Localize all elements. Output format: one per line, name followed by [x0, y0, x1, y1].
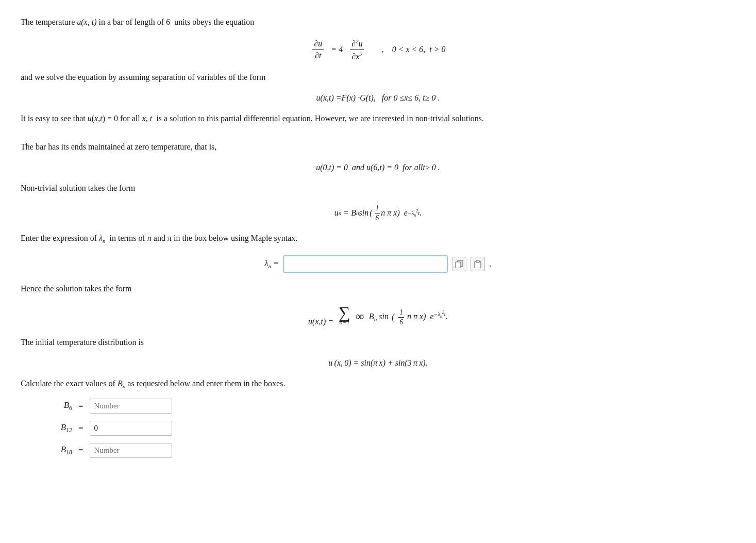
separation-form: u(x,t) = F(x) · G(t), for 0 ≤ x ≤ 6, t ≥… — [21, 93, 735, 103]
copy-button[interactable] — [452, 257, 466, 271]
lambda-input-row: λn = . — [21, 255, 735, 273]
initial-intro: The initial temperature distribution is — [21, 336, 735, 349]
dot-after-input: . — [489, 258, 492, 269]
svg-rect-1 — [456, 262, 461, 268]
pde-fraction-right: ∂2u ∂x2 — [350, 38, 364, 62]
series-equation: u(x,t) = ∑ n=1 ∞ Bn sin ( 1 6 n π x) e−λ… — [21, 304, 735, 326]
paste-button[interactable] — [471, 257, 485, 271]
separation-text: and we solve the equation by assuming se… — [21, 71, 735, 84]
initial-equation: u (x, 0) = sin(π x) + sin(3 π x). — [21, 358, 735, 368]
bc-intro: The bar has its ends maintained at zero … — [21, 140, 735, 154]
nontrivial-equation: un = Bn sin ( 1 6 n π x) e−λn2t. — [21, 204, 735, 222]
pde-display: ∂u ∂t = 4 ∂2u ∂x2 , 0 < x < 6, t > 0 — [21, 38, 735, 62]
b6-input[interactable] — [90, 399, 172, 414]
b6-equals: = — [78, 401, 83, 412]
pde-fraction-left: ∂u ∂t — [312, 39, 324, 60]
lambda-input[interactable] — [283, 255, 448, 273]
lambda-label: λn = — [265, 259, 279, 269]
b18-row: B18 = — [41, 443, 735, 458]
b12-row: B12 = — [41, 421, 735, 436]
b18-input[interactable] — [90, 443, 172, 458]
b6-label: B6 — [41, 400, 72, 412]
svg-rect-3 — [476, 260, 479, 262]
calculate-prompt: Calculate the exact values of Bn as requ… — [21, 377, 735, 391]
intro-paragraph: The temperature u(x, t) in a bar of leng… — [21, 15, 735, 29]
b18-equals: = — [78, 446, 83, 456]
bc-equation: u(0,t) = 0 and u(6,t) = 0 for all t ≥ 0 … — [21, 163, 735, 172]
b6-row: B6 = — [41, 399, 735, 414]
hence-intro: Hence the solution takes the form — [21, 282, 735, 295]
b18-label: B18 — [41, 445, 72, 456]
trivial-paragraph: It is easy to see that u(x,t) = 0 for al… — [21, 112, 735, 125]
nontrivial-intro: Non-trivial solution takes the form — [21, 182, 735, 195]
b12-input[interactable] — [90, 421, 172, 436]
u-xt-inline: u(x, t) — [77, 18, 96, 26]
b12-label: B12 — [41, 422, 72, 434]
b12-equals: = — [78, 423, 83, 434]
lambda-prompt: Enter the expression of λn in terms of n… — [21, 232, 735, 246]
